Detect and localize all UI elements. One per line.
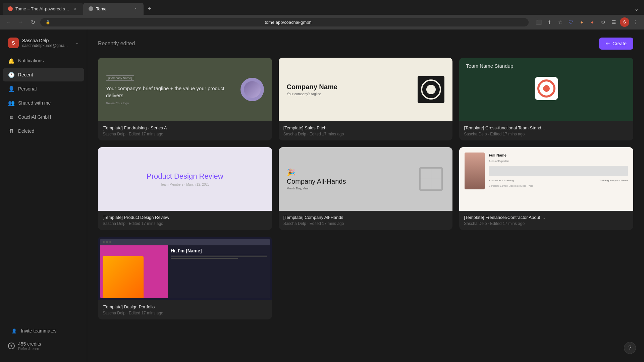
address-bar[interactable]: 🔒 tome.app/coachai-gmbh bbox=[40, 18, 529, 26]
card-portfolio[interactable]: Hi, I'm [Name] [Template] Design Portfol… bbox=[98, 237, 272, 319]
cards-grid: [Company Name] Your company's brief tagl… bbox=[98, 58, 633, 319]
help-button[interactable]: ? bbox=[624, 342, 636, 354]
sidebar-item-coachai[interactable]: ▦ CoachAI GmbH bbox=[3, 110, 84, 124]
menu-icon[interactable]: ⋮ bbox=[631, 17, 640, 27]
card-fundraising[interactable]: [Company Name] Your company's brief tagl… bbox=[98, 58, 272, 140]
card-sales-pitch[interactable]: Company Name Your company's tagline [Tem… bbox=[279, 58, 453, 140]
thumb-company-badge: [Company Name] bbox=[106, 75, 134, 81]
tab-chevron[interactable]: ⌄ bbox=[632, 4, 641, 13]
thumb-allhands-cell-4 bbox=[431, 179, 442, 190]
sidebar-label-deleted: Deleted bbox=[18, 128, 34, 134]
user-section[interactable]: S Sascha Delp saschadelpkurse@gma... ⌄ bbox=[3, 35, 84, 51]
nav-icons: ⬛ ⬆ ☆ 🛡 ● ● ⚙ ☰ S ⋮ bbox=[534, 17, 640, 27]
thumb-product-sub: Team Members · March 12, 2023 bbox=[147, 183, 223, 186]
card-title-allhands: [Template] Company All-Hands bbox=[283, 215, 448, 220]
forward-button[interactable]: → bbox=[16, 17, 25, 27]
browser-tab-1[interactable]: Tome – The AI-powered storyt... × bbox=[3, 3, 83, 15]
thumb-portfolio-bar bbox=[100, 239, 270, 245]
sidebar-item-recent[interactable]: 🕐 Recent bbox=[3, 68, 84, 81]
thumb-education-label: Education & Training bbox=[489, 179, 514, 183]
back-button[interactable]: ← bbox=[4, 17, 13, 27]
credits-section[interactable]: + 455 credits Refer & earn bbox=[3, 338, 84, 354]
sidebar-item-shared[interactable]: 👥 Shared with me bbox=[3, 96, 84, 110]
card-team-standup[interactable]: Team Name Standup [Template] Cross-funct… bbox=[459, 58, 633, 140]
credits-label: Refer & earn bbox=[18, 347, 41, 351]
main-content: Recently edited ✏ Create [Company Name] … bbox=[87, 29, 644, 362]
browser-chrome: Tome – The AI-powered storyt... × Tome ×… bbox=[0, 0, 644, 29]
thumb-portfolio-left bbox=[100, 245, 168, 298]
card-title-sales: [Template] Sales Pitch bbox=[283, 125, 448, 130]
share-icon[interactable]: ⬆ bbox=[545, 17, 554, 27]
sidebar-spacer bbox=[0, 138, 87, 321]
card-info-product: [Template] Product Design Review Sascha … bbox=[98, 211, 272, 230]
card-info-portfolio: [Template] Design Portfolio Sascha Delp … bbox=[98, 300, 272, 319]
thumb-portfolio-dot-2 bbox=[106, 241, 108, 243]
bookmark-icon[interactable]: ☆ bbox=[555, 17, 565, 27]
reading-list-icon[interactable]: ☰ bbox=[609, 17, 619, 27]
section-title: Recently edited bbox=[98, 41, 135, 47]
sidebar-item-personal[interactable]: 👤 Personal bbox=[3, 82, 84, 96]
thumb-tagline-sub: Reveal Your logo bbox=[106, 102, 235, 105]
thumb-sales-icon-inner bbox=[426, 85, 436, 94]
create-label: Create bbox=[612, 41, 627, 46]
tab-close-1[interactable]: × bbox=[72, 6, 78, 11]
tab-close-2[interactable]: × bbox=[133, 6, 138, 11]
tab-favicon-1 bbox=[8, 6, 13, 11]
sidebar-label-coachai: CoachAI GmbH bbox=[18, 114, 51, 120]
card-meta-standup: Sascha Delp · Edited 17 mins ago bbox=[464, 132, 629, 136]
card-product-design[interactable]: Product Design Review Team Members · Mar… bbox=[98, 147, 272, 230]
thumb-footer-row: Education & Training Training Program Na… bbox=[489, 179, 628, 183]
extension-icon-3[interactable]: ⚙ bbox=[598, 17, 608, 27]
org-icon: ▦ bbox=[8, 114, 15, 120]
card-info-freelancer: [Template] Freelancer/Contractor About .… bbox=[459, 211, 633, 230]
new-tab-button[interactable]: + bbox=[145, 4, 154, 13]
sidebar-item-notifications[interactable]: 🔔 Notifications bbox=[3, 54, 84, 67]
thumb-portfolio-content: Hi, I'm [Name] bbox=[100, 245, 270, 298]
card-title-fundraising: [Template] Fundraising - Series A bbox=[103, 125, 267, 130]
thumb-sales-logo bbox=[418, 76, 444, 103]
invite-icon: 👤 bbox=[11, 327, 17, 334]
sidebar: S Sascha Delp saschadelpkurse@gma... ⌄ 🔔… bbox=[0, 29, 87, 362]
sidebar-label-recent: Recent bbox=[18, 72, 33, 77]
card-title-product: [Template] Product Design Review bbox=[103, 215, 267, 220]
trash-icon: 🗑 bbox=[8, 128, 15, 134]
thumb-allhands-cell-1 bbox=[420, 168, 431, 179]
thumb-allhands-text: 🎉 Company All-Hands Month Day, Year bbox=[287, 168, 413, 190]
card-info-allhands: [Template] Company All-Hands Sascha Delp… bbox=[279, 211, 453, 230]
thumb-sales-tagline: Your company's tagline bbox=[287, 92, 413, 96]
sidebar-label-invite: Invite teammates bbox=[21, 328, 57, 334]
thumb-portfolio-line-3 bbox=[171, 258, 238, 259]
user-avatar-nav[interactable]: S bbox=[620, 17, 629, 27]
sidebar-item-deleted[interactable]: 🗑 Deleted bbox=[3, 124, 84, 138]
reload-button[interactable]: ↻ bbox=[28, 17, 38, 27]
bell-icon: 🔔 bbox=[8, 57, 15, 64]
cast-icon[interactable]: ⬛ bbox=[534, 17, 543, 27]
plus-icon: + bbox=[8, 343, 15, 349]
card-allhands[interactable]: 🎉 Company All-Hands Month Day, Year bbox=[279, 147, 453, 230]
thumb-allhands-cell-3 bbox=[420, 179, 431, 190]
card-title-portfolio: [Template] Design Portfolio bbox=[103, 304, 267, 309]
address-text: tome.app/coachai-gmbh bbox=[53, 20, 523, 25]
thumb-sales-text: Company Name Your company's tagline bbox=[287, 83, 413, 96]
thumb-freelancer-role: Area of Expertise bbox=[489, 159, 628, 164]
thumb-allhands-emoji: 🎉 bbox=[287, 169, 295, 176]
card-freelancer[interactable]: Full Name Area of Expertise Education & … bbox=[459, 147, 633, 230]
lock-icon: 🔒 bbox=[46, 20, 50, 24]
extension-icon-1[interactable]: ● bbox=[577, 17, 586, 27]
card-info-sales: [Template] Sales Pitch Sascha Delp · Edi… bbox=[279, 121, 453, 140]
create-button[interactable]: ✏ Create bbox=[599, 38, 633, 50]
thumb-standup-ring bbox=[537, 79, 555, 98]
app: S Sascha Delp saschadelpkurse@gma... ⌄ 🔔… bbox=[0, 29, 644, 362]
card-title-freelancer: [Template] Freelancer/Contractor About .… bbox=[464, 215, 629, 220]
card-info-standup: [Template] Cross-functional Team Stand..… bbox=[459, 121, 633, 140]
shield-icon[interactable]: 🛡 bbox=[566, 17, 576, 27]
thumb-sales: Company Name Your company's tagline bbox=[279, 58, 453, 121]
extension-icon-2[interactable]: ● bbox=[588, 17, 597, 27]
clock-icon: 🕐 bbox=[8, 71, 15, 78]
thumb-portfolio-dot-1 bbox=[103, 241, 105, 243]
thumb-freelancer-img bbox=[465, 153, 485, 189]
thumb-product: Product Design Review Team Members · Mar… bbox=[98, 147, 272, 211]
card-meta-fundraising: Sascha Delp · Edited 17 mins ago bbox=[103, 132, 267, 136]
sidebar-item-invite[interactable]: 👤 Invite teammates bbox=[5, 324, 82, 338]
browser-tab-2[interactable]: Tome × bbox=[83, 3, 144, 15]
